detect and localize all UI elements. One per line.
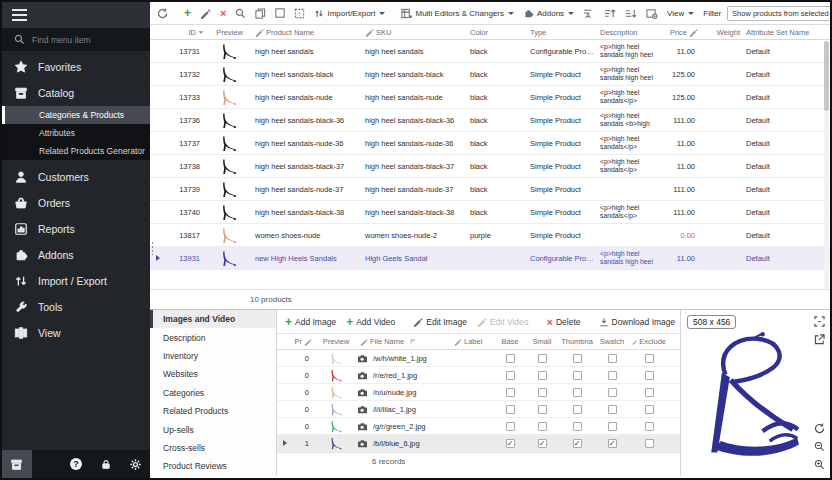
sidebar-item-reports[interactable]: Reports — [2, 216, 150, 242]
detail-tab[interactable]: Categories — [150, 384, 276, 402]
swatch-checkbox[interactable] — [608, 422, 617, 431]
add-product-button[interactable]: + — [181, 6, 194, 20]
cell-price[interactable]: 11.00 — [661, 47, 701, 56]
cell-sku[interactable]: high heel sandals-black-38 — [362, 208, 467, 217]
base-checkbox[interactable] — [506, 371, 515, 380]
small-checkbox[interactable] — [538, 439, 547, 448]
column-header-weight[interactable]: Weight — [701, 28, 743, 37]
table-row[interactable]: 13737 high heel sandals-nude-36 high hee… — [150, 132, 830, 155]
add-image-button[interactable]: +Add Image — [282, 315, 339, 329]
image-row[interactable]: 0 /l/i/lilac_1.jpg — [277, 401, 680, 418]
table-row[interactable]: 13817 women shoes-nude women shoes-nude-… — [150, 224, 830, 247]
table-row[interactable]: 13740 high heel sandals-black-38 high he… — [150, 201, 830, 224]
detail-tab[interactable]: Related Products — [150, 402, 276, 420]
sidebar-item-customers[interactable]: Customers — [2, 164, 150, 190]
table-row[interactable]: 13738 high heel sandals-black-37 high he… — [150, 155, 830, 178]
hamburger-menu-icon[interactable] — [12, 9, 27, 21]
column-header-pr[interactable]: Pr — [290, 337, 315, 346]
splitter-handle[interactable] — [151, 241, 155, 255]
sidebar-item-addons[interactable]: Addons — [2, 242, 150, 268]
cell-sku[interactable]: high heel sandals-nude-37 — [362, 185, 467, 194]
column-header-file-name[interactable]: File Name — [357, 337, 451, 346]
small-checkbox[interactable] — [538, 405, 547, 414]
exclude-checkbox[interactable] — [645, 405, 654, 414]
thumbnail-checkbox[interactable] — [573, 354, 582, 363]
cell-product-name[interactable]: high heel sandals-nude — [252, 93, 362, 102]
rotate-button[interactable] — [814, 423, 825, 434]
small-checkbox[interactable] — [538, 388, 547, 397]
small-checkbox[interactable] — [538, 354, 547, 363]
base-checkbox[interactable] — [506, 439, 515, 448]
cell-sku[interactable]: high heel sandals — [362, 47, 467, 56]
cell-price[interactable]: 11.00 — [661, 139, 701, 148]
cell-product-name[interactable]: new High Heels Sandals — [252, 254, 362, 263]
cell-swatch[interactable] — [595, 405, 629, 414]
swatch-checkbox[interactable] — [608, 371, 617, 380]
detail-tab[interactable]: Cross-sells — [150, 439, 276, 457]
exclude-checkbox[interactable] — [645, 388, 654, 397]
column-header-attribute-set[interactable]: Attribute Set Name — [743, 28, 828, 37]
sidebar-item-view[interactable]: View — [2, 320, 150, 346]
sidebar-item-favorites[interactable]: Favorites — [2, 54, 150, 80]
cell-price[interactable]: 111.00 — [661, 116, 701, 125]
cell-small[interactable] — [525, 388, 559, 397]
cell-thumbnail[interactable] — [559, 371, 595, 380]
copy-button[interactable] — [252, 6, 269, 21]
image-row[interactable]: 0 /n/u/nude.jpg — [277, 384, 680, 401]
cell-small[interactable] — [525, 405, 559, 414]
cell-small[interactable] — [525, 354, 559, 363]
cell-product-name[interactable]: high heel sandals-black-38 — [252, 208, 362, 217]
column-header-price[interactable]: Price — [661, 28, 701, 37]
cell-swatch[interactable] — [595, 371, 629, 380]
cell-price[interactable]: 111.00 — [661, 185, 701, 194]
delete-image-button[interactable]: ×Delete — [543, 315, 583, 329]
sidebar-item-related-products-generator[interactable]: Related Products Generator — [2, 142, 150, 160]
detail-tab[interactable]: Inventory — [150, 347, 276, 365]
cell-base[interactable] — [495, 371, 525, 380]
cell-thumbnail[interactable] — [559, 388, 595, 397]
sidebar-item-attributes[interactable]: Attributes — [2, 124, 150, 142]
cell-sku[interactable]: High Geels Sandal — [362, 254, 467, 263]
cell-position[interactable]: 0 — [290, 371, 315, 380]
sort-descending-button[interactable] — [622, 6, 640, 21]
cell-position[interactable]: 0 — [290, 388, 315, 397]
column-header-exclude[interactable]: Exclude — [629, 337, 669, 346]
filter-dropdown[interactable]: Show products from selected categories — [727, 6, 832, 21]
column-header-id[interactable]: ID — [165, 28, 207, 37]
cell-price[interactable]: 11.00 — [661, 162, 701, 171]
add-video-button[interactable]: +Add Video — [343, 315, 398, 329]
small-checkbox[interactable] — [538, 422, 547, 431]
cell-position[interactable]: 1 — [290, 439, 315, 448]
cell-file-name[interactable]: /n/u/nude.jpg — [357, 388, 451, 397]
cell-swatch[interactable] — [595, 354, 629, 363]
thumbnail-checkbox[interactable] — [573, 439, 582, 448]
cell-sku[interactable]: high heel sandals-black — [362, 70, 467, 79]
edit-image-button[interactable]: Edit Image — [410, 315, 470, 329]
swatch-checkbox[interactable] — [608, 439, 617, 448]
detail-tab[interactable]: Websites — [150, 365, 276, 383]
sidebar-item-tools[interactable]: Tools — [2, 294, 150, 320]
sort-ascending-button[interactable] — [601, 6, 619, 21]
thumbnail-checkbox[interactable] — [573, 422, 582, 431]
cell-thumbnail[interactable] — [559, 405, 595, 414]
view-menu[interactable]: View — [664, 7, 697, 20]
refresh-button[interactable] — [154, 6, 171, 21]
image-row[interactable]: 1 /b/l/blue_6.jpg — [277, 435, 680, 452]
table-row[interactable]: 13931 new High Heels Sandals High Geels … — [150, 247, 830, 270]
edit-product-button[interactable] — [197, 6, 214, 21]
cell-price[interactable]: 11.00 — [661, 254, 701, 263]
column-header-small[interactable]: Small — [525, 337, 559, 346]
detail-tab[interactable]: Description — [150, 328, 276, 346]
cell-thumbnail[interactable] — [559, 439, 595, 448]
column-header-swatch[interactable]: Swatch — [595, 337, 629, 346]
cell-product-name[interactable]: high heel sandals-black — [252, 70, 362, 79]
cell-thumbnail[interactable] — [559, 354, 595, 363]
table-row[interactable]: 13739 high heel sandals-nude-37 high hee… — [150, 178, 830, 201]
cell-sku[interactable]: women shoes-nude-2 — [362, 231, 467, 240]
column-header-sku[interactable]: SKU — [362, 28, 467, 37]
cell-file-name[interactable]: /w/h/white_1.jpg — [357, 354, 451, 363]
sidebar-item-import-export[interactable]: Import / Export — [2, 268, 150, 294]
table-row[interactable]: 13733 high heel sandals-nude high heel s… — [150, 86, 830, 109]
cell-position[interactable]: 0 — [290, 422, 315, 431]
cell-base[interactable] — [495, 439, 525, 448]
